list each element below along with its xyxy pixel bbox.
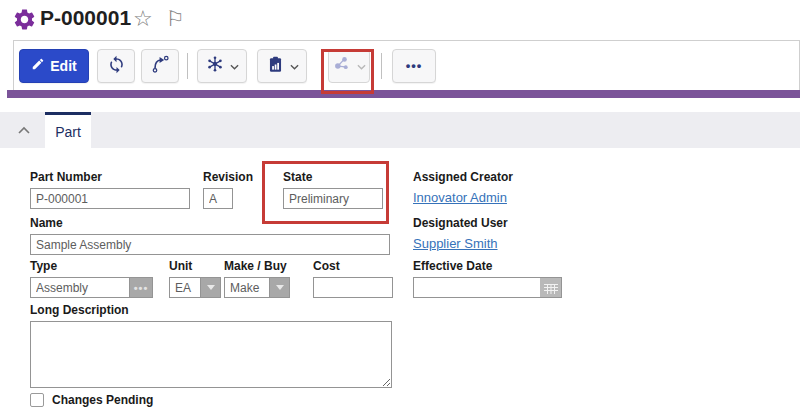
field-assigned-creator: Assigned Creator Innovator Admin [413,170,513,206]
field-revision: Revision [203,170,253,209]
assigned-creator-link[interactable]: Innovator Admin [413,190,507,205]
revision-input[interactable] [203,188,233,209]
chevron-down-icon [357,58,366,73]
field-effective-date: Effective Date [413,259,562,298]
graph-share-icon [332,54,352,77]
long-description-textarea[interactable] [30,321,392,388]
part-number-label: Part Number [30,170,190,184]
field-changes-pending: Changes Pending [30,393,153,407]
accent-bar [7,90,800,98]
type-label: Type [30,259,153,273]
promote-button[interactable] [141,49,179,83]
page-title: P-000001 [40,6,131,30]
calendar-icon[interactable] [540,277,562,298]
designated-user-link[interactable]: Supplier Smith [413,236,498,251]
window-header: P-000001 ☆ ⚐ [0,0,800,40]
structure-hub-icon [205,54,225,77]
unit-label: Unit [169,259,221,273]
changes-pending-checkbox[interactable] [30,393,44,407]
tab-part[interactable]: Part [45,112,91,148]
tab-strip: Part [0,112,800,148]
toolbar-separator [187,53,188,79]
field-long-description: Long Description [30,303,392,392]
toolbar-separator [381,53,382,79]
assigned-creator-label: Assigned Creator [413,170,513,184]
form-content: Part Number Revision State Assigned Crea… [0,148,800,414]
field-unit: Unit [169,259,221,298]
changes-pending-label: Changes Pending [52,393,153,407]
field-state: State [283,170,383,209]
toolbar: Edit [13,40,800,90]
triangle-down-icon [207,285,215,290]
refresh-icon [107,55,126,77]
reports-button[interactable] [257,49,307,83]
field-cost: Cost [313,259,393,298]
ellipsis-icon: ••• [134,282,149,294]
make-buy-input[interactable] [224,277,269,298]
field-part-number: Part Number [30,170,190,209]
effective-date-input[interactable] [413,277,540,298]
name-label: Name [30,216,390,230]
cost-label: Cost [313,259,393,273]
unit-input[interactable] [169,277,200,298]
chevron-down-icon [290,58,299,73]
field-make-buy: Make / Buy [224,259,290,298]
collapse-panel-button[interactable] [17,121,31,139]
make-buy-label: Make / Buy [224,259,290,273]
effective-date-label: Effective Date [413,259,562,273]
state-input[interactable] [283,188,383,209]
chevron-down-icon [230,58,239,73]
edit-button[interactable]: Edit [19,49,89,83]
part-form-window: P-000001 ☆ ⚐ Edit [0,0,800,414]
designated-user-label: Designated User [413,216,508,230]
ellipsis-icon: ••• [406,58,423,73]
gear-icon [12,7,37,36]
field-type: Type ••• [30,259,153,298]
triangle-down-icon [276,285,284,290]
graph-button[interactable] [328,49,370,83]
tab-part-label: Part [55,124,81,140]
part-number-input[interactable] [30,188,190,209]
edit-button-label: Edit [50,58,76,74]
long-description-label: Long Description [30,303,392,317]
revision-label: Revision [203,170,253,184]
more-actions-button[interactable]: ••• [392,49,436,83]
pencil-icon [31,57,45,74]
clipboard-chart-icon [266,55,285,77]
make-buy-dropdown-button[interactable] [269,277,290,298]
cost-input[interactable] [313,277,393,298]
refresh-button[interactable] [97,49,135,83]
field-name: Name [30,216,390,255]
type-picker-button[interactable]: ••• [129,277,153,298]
field-designated-user: Designated User Supplier Smith [413,216,508,252]
structure-button[interactable] [197,49,247,83]
unit-dropdown-button[interactable] [200,277,221,298]
promote-arrow-icon [150,54,170,77]
state-label: State [283,170,383,184]
favorite-star-icon[interactable]: ☆ [133,4,153,34]
type-input[interactable] [30,277,129,298]
flag-icon[interactable]: ⚐ [166,4,185,34]
name-input[interactable] [30,234,390,255]
